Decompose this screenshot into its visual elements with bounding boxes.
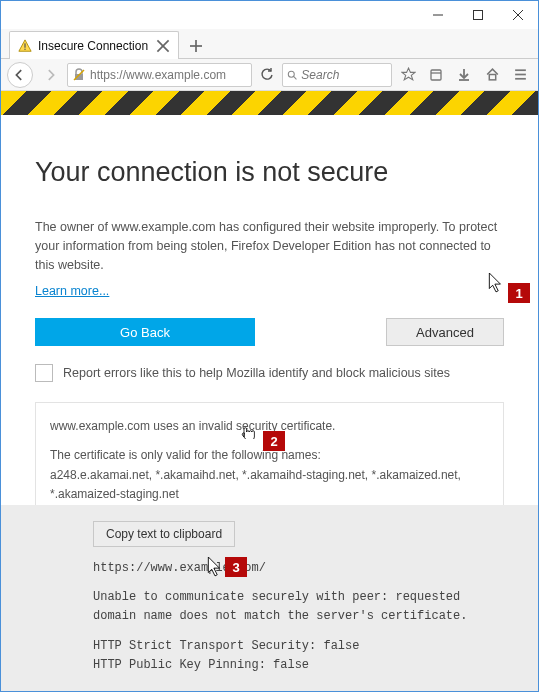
page-heading: Your connection is not secure bbox=[35, 157, 504, 188]
advanced-button[interactable]: Advanced bbox=[386, 318, 504, 346]
svg-rect-5 bbox=[24, 43, 25, 47]
warning-icon bbox=[18, 39, 32, 53]
url-input[interactable] bbox=[90, 68, 247, 82]
svg-rect-6 bbox=[24, 48, 25, 49]
svg-point-13 bbox=[288, 71, 294, 77]
tab-strip: Insecure Connection bbox=[1, 29, 538, 59]
learn-more-link[interactable]: Learn more... bbox=[35, 284, 109, 298]
tab-title: Insecure Connection bbox=[38, 39, 156, 53]
report-errors-label: Report errors like this to help Mozilla … bbox=[63, 366, 450, 380]
reload-button[interactable] bbox=[256, 64, 278, 86]
clipboard-hsts: HTTP Strict Transport Security: false bbox=[93, 637, 508, 656]
svg-rect-1 bbox=[474, 11, 483, 20]
cert-valid-names: a248.e.akamai.net, *.akamaihd.net, *.aka… bbox=[50, 466, 489, 504]
annotation-1: 1 bbox=[508, 283, 530, 303]
search-icon bbox=[287, 69, 297, 81]
window-close-button[interactable] bbox=[498, 1, 538, 29]
svg-marker-15 bbox=[402, 68, 415, 80]
new-tab-button[interactable] bbox=[183, 34, 209, 58]
go-back-button[interactable]: Go Back bbox=[35, 318, 255, 346]
window-maximize-button[interactable] bbox=[458, 1, 498, 29]
report-errors-checkbox[interactable] bbox=[35, 364, 53, 382]
svg-line-14 bbox=[294, 76, 297, 79]
bookmark-star-icon[interactable] bbox=[396, 63, 420, 87]
clipboard-url: https://www.example.com/ bbox=[93, 559, 508, 578]
clipboard-panel: Copy text to clipboard https://www.examp… bbox=[1, 505, 538, 691]
annotation-2: 2 bbox=[263, 431, 285, 451]
address-bar[interactable] bbox=[67, 63, 252, 87]
forward-button bbox=[37, 62, 63, 88]
window-titlebar bbox=[1, 1, 538, 29]
tab-close-icon[interactable] bbox=[156, 39, 170, 53]
hazard-stripe bbox=[1, 91, 538, 115]
svg-rect-20 bbox=[489, 75, 495, 80]
clipboard-message: Unable to communicate securely with peer… bbox=[93, 588, 508, 626]
pocket-icon[interactable] bbox=[424, 63, 448, 87]
copy-to-clipboard-button[interactable]: Copy text to clipboard bbox=[93, 521, 235, 547]
page-description: The owner of www.example.com has configu… bbox=[35, 218, 504, 274]
downloads-icon[interactable] bbox=[452, 63, 476, 87]
svg-rect-16 bbox=[431, 70, 441, 80]
search-input[interactable] bbox=[301, 68, 387, 82]
home-icon[interactable] bbox=[480, 63, 504, 87]
menu-icon[interactable] bbox=[508, 63, 532, 87]
search-box[interactable] bbox=[282, 63, 392, 87]
back-button[interactable] bbox=[7, 62, 33, 88]
browser-tab[interactable]: Insecure Connection bbox=[9, 31, 179, 59]
lock-warning-icon bbox=[72, 68, 86, 82]
window-minimize-button[interactable] bbox=[418, 1, 458, 29]
annotation-3: 3 bbox=[225, 557, 247, 577]
clipboard-hpkp: HTTP Public Key Pinning: false bbox=[93, 656, 508, 675]
